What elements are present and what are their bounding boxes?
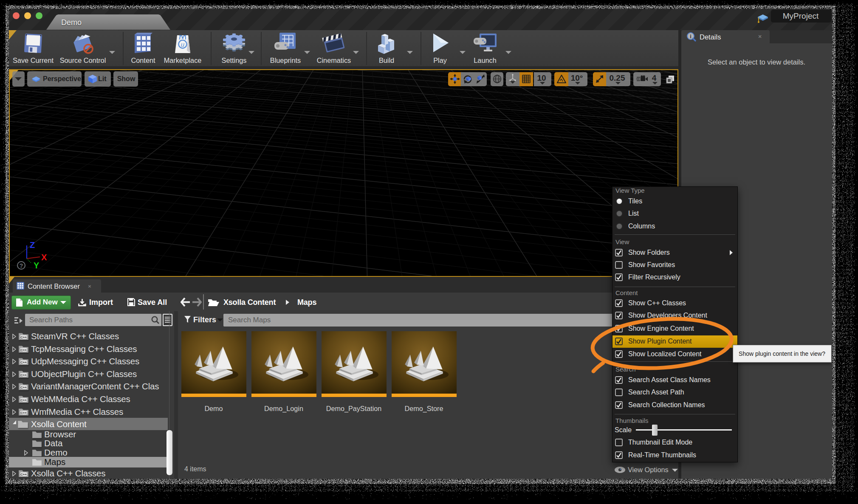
svg-text:u: u (181, 41, 185, 48)
svg-text:?: ? (20, 262, 23, 269)
svg-text:X: X (41, 253, 47, 262)
svg-text:Y: Y (34, 261, 40, 270)
svg-text:Z: Z (30, 240, 35, 250)
svg-text:C++: C++ (20, 335, 27, 339)
svg-text:C++: C++ (20, 411, 27, 415)
svg-text:C++: C++ (20, 473, 27, 476)
svg-text:C++: C++ (20, 348, 27, 352)
svg-text:C++: C++ (20, 398, 27, 402)
svg-text:i: i (690, 33, 691, 39)
svg-text:C++: C++ (20, 373, 27, 377)
svg-text:C++: C++ (20, 386, 27, 389)
svg-text:C++: C++ (20, 360, 27, 364)
